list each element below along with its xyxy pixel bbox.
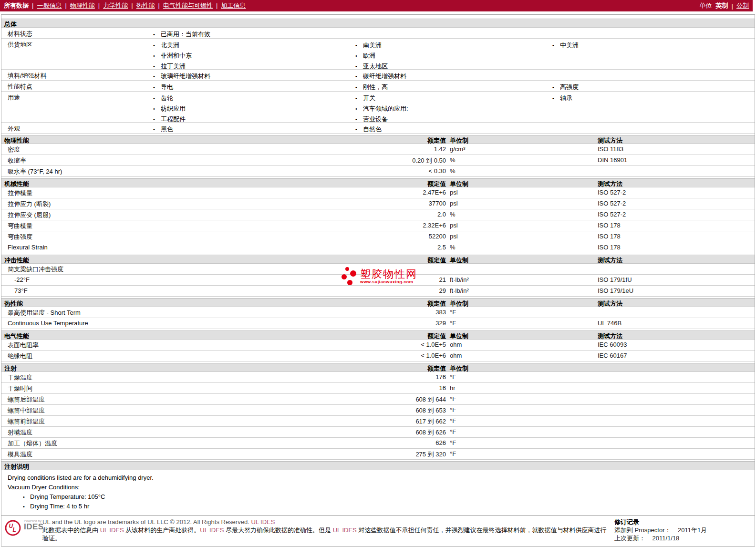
general-bullet-column: •导电 <box>153 82 325 93</box>
property-unit: % <box>450 211 456 218</box>
watermark-site-name: 塑胶物性网 <box>360 269 417 279</box>
bullet-text: 已商用：当前有效 <box>161 31 210 38</box>
nav-tab-4[interactable]: 力学性能 <box>103 2 128 9</box>
general-row-label: 供货地区 <box>8 41 32 49</box>
revision-title: 修订记录 <box>614 518 753 526</box>
bullet-icon: • <box>153 72 161 82</box>
property-label: 螺筒中部温度 <box>8 406 45 415</box>
section-冲击性能: 冲击性能额定值单位制测试方法简支梁缺口冲击强度-22°F21ft·lb/in²I… <box>1 255 755 297</box>
bullet-text: 汽车领域的应用: <box>363 105 408 112</box>
property-unit: °F <box>450 428 456 435</box>
general-row: 用途•齿轮•纺织应用•工程配件•开关•汽车领域的应用:•营业设备•轴承 <box>1 92 755 123</box>
property-unit: ohm <box>450 341 462 348</box>
property-label: 弯曲强度 <box>8 233 32 241</box>
nav-tab-5[interactable]: 热性能 <box>136 2 155 9</box>
general-rows: 材料状态•已商用：当前有效供货地区•北美洲•非洲和中东•拉丁美洲•南美洲•欧洲•… <box>1 28 755 134</box>
ides-logo: Powered by IDES <box>24 519 44 531</box>
section-header: 冲击性能额定值单位制测试方法 <box>1 255 755 264</box>
test-method: DIN 16901 <box>598 156 627 164</box>
general-row: 性能特点•导电•刚性，高•高强度 <box>1 81 755 92</box>
property-row: 加工（熔体）温度626°F <box>1 438 755 449</box>
section-物理性能: 物理性能额定值单位制测试方法密度1.42g/cm³ISO 1183收缩率0.20… <box>1 135 755 177</box>
property-value: 608 到 644 <box>297 395 446 404</box>
property-value: 608 到 626 <box>297 428 446 437</box>
general-row-label: 性能特点 <box>8 83 32 91</box>
property-label: 吸水率 (73°F, 24 hr) <box>8 167 62 176</box>
property-row: 弯曲强度52200psiISO 178 <box>1 231 755 242</box>
section-热性能: 热性能额定值单位制测试方法最高使用温度 - Short Term383°FCon… <box>1 298 755 329</box>
general-bullet-column: •黑色 <box>153 124 325 134</box>
unit-separator: | <box>732 2 733 10</box>
nav-tab-3[interactable]: 物理性能 <box>70 2 95 9</box>
bullet-item: •导电 <box>153 82 325 93</box>
nav-tab-7[interactable]: 加工信息 <box>221 2 246 9</box>
property-row: 绝缘电阻< 1.0E+6ohmIEC 60167 <box>1 351 755 361</box>
property-unit: ohm <box>450 352 462 359</box>
nav-tab-2[interactable]: 一般信息 <box>37 2 62 9</box>
revision-added-line: 添加到 Prospector： 2011年1月 <box>614 526 753 534</box>
test-method: ISO 178 <box>598 233 621 240</box>
disclaimer-text: 此数据表中的信息由 UL IDES 从该材料的生产商处获得。UL IDES 尽最… <box>42 526 612 542</box>
ul-ides-link[interactable]: UL IDES <box>333 526 357 534</box>
ul-ides-link[interactable]: UL IDES <box>200 526 224 534</box>
general-bullet-column: •北美洲•非洲和中东•拉丁美洲 <box>153 40 325 72</box>
top-nav-bar: 所有数据|一般信息|物理性能|力学性能|热性能|电气性能与可燃性|加工信息 单位… <box>0 0 753 11</box>
general-bullet-column: •玻璃纤维增强材料 <box>153 71 325 82</box>
general-bullet-column: •刚性，高 <box>355 82 527 93</box>
general-bullet-column: •已商用：当前有效 <box>153 29 325 40</box>
revision-updated-label: 上次更新： <box>614 535 645 542</box>
test-method: ISO 179/1eU <box>598 287 633 294</box>
property-row: 螺筒中部温度608 到 653°F <box>1 405 755 416</box>
ul-ides-link[interactable]: UL IDES <box>100 526 124 534</box>
property-value: 626 <box>297 439 446 446</box>
bullet-icon: • <box>153 104 161 114</box>
svg-text:L: L <box>13 526 16 533</box>
bullet-item: •高强度 <box>552 82 724 93</box>
section-title: 注射说明 <box>4 463 29 471</box>
bullet-item: •北美洲 <box>153 40 325 51</box>
test-method: ISO 1183 <box>598 145 623 153</box>
bullet-text: 玻璃纤维增强材料 <box>161 72 210 80</box>
footer-text-block: UL and the UL logo are trademarks of UL … <box>42 518 612 542</box>
revision-updated-value: 2011/1/18 <box>652 535 679 542</box>
ul-logo-icon: U L <box>4 519 21 537</box>
ul-ides-link[interactable]: UL IDES <box>251 518 275 526</box>
unit-metric-link[interactable]: 公制 <box>736 1 749 10</box>
ides-label: IDES <box>24 523 44 531</box>
property-label: 射嘴温度 <box>8 428 32 437</box>
nav-tab-6[interactable]: 电气性能与可燃性 <box>163 2 213 9</box>
property-row: 弯曲模量2.32E+6psiISO 178 <box>1 220 755 231</box>
bullet-icon: • <box>552 93 560 103</box>
bullet-text: 拉丁美洲 <box>161 62 186 70</box>
property-label: 模具温度 <box>8 450 32 459</box>
bullet-item: •南美洲 <box>355 40 527 51</box>
bullet-icon: • <box>153 83 161 93</box>
bullet-item: •碳纤维增强材料 <box>355 71 527 82</box>
bullet-icon: • <box>355 93 363 103</box>
material-datasheet: 总体 材料状态•已商用：当前有效供货地区•北美洲•非洲和中东•拉丁美洲•南美洲•… <box>1 14 755 547</box>
nav-tab-separator: | <box>131 2 133 9</box>
bullet-icon: • <box>153 124 161 134</box>
bullet-text: 工程配件 <box>161 115 186 123</box>
bullet-icon: • <box>153 41 161 51</box>
footer-text-segment: 从该材料的生产商处获得。 <box>124 526 200 534</box>
nav-tab-separator: | <box>216 2 217 9</box>
bullet-item: •黑色 <box>153 124 325 134</box>
property-value: 1.42 <box>297 145 446 153</box>
general-row: 填料/增强材料•玻璃纤维增强材料•碳纤维增强材料 <box>1 70 755 81</box>
test-method: ISO 527-2 <box>598 211 626 218</box>
note-bullet-item: •Drying Time: 4 to 5 hr <box>1 502 755 511</box>
bullet-text: 纺织应用 <box>161 105 186 112</box>
nav-tab-separator: | <box>158 2 160 9</box>
property-row: 螺筒后部温度608 到 644°F <box>1 394 755 405</box>
watermark-url: www.sujiaowuxing.com <box>360 279 417 284</box>
bullet-icon: • <box>355 83 363 93</box>
section-注射: 注射额定值单位制干燥温度176°F干燥时间16hr螺筒后部温度608 到 644… <box>1 363 755 460</box>
note-line: Drying conditions listed are for a dehum… <box>1 473 755 483</box>
nav-tab-1[interactable]: 所有数据 <box>4 2 29 9</box>
bullet-icon: • <box>355 104 363 114</box>
test-method: UL 746B <box>598 320 621 327</box>
property-row: 模具温度275 到 320°F <box>1 449 755 460</box>
property-value: < 0.30 <box>297 167 446 175</box>
bullet-icon: • <box>153 51 161 61</box>
